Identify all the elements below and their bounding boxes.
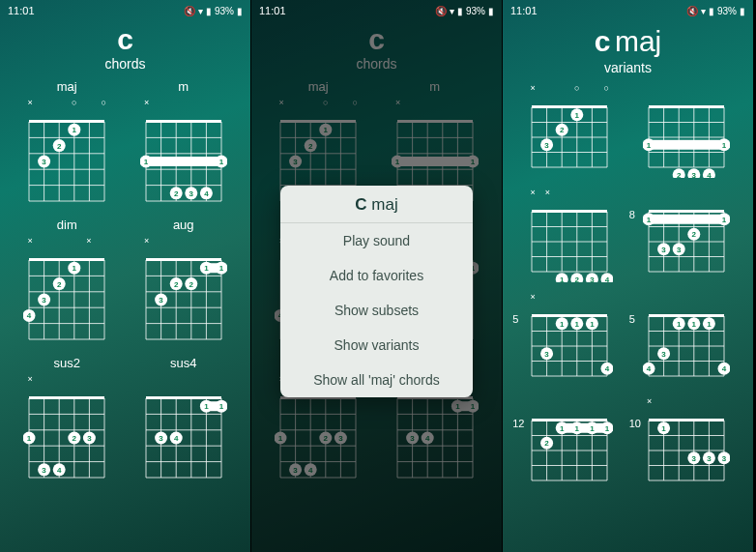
chord-card[interactable]: sus2 × 12334 bbox=[14, 356, 121, 488]
svg-text:2: 2 bbox=[73, 434, 77, 443]
chord-label: aug bbox=[173, 218, 194, 232]
svg-text:1: 1 bbox=[722, 216, 727, 224]
svg-text:4: 4 bbox=[605, 276, 610, 282]
svg-point-146 bbox=[320, 124, 333, 136]
chord-diagram: 123 bbox=[23, 107, 110, 212]
fret-position: 5 bbox=[512, 313, 518, 325]
svg-rect-111 bbox=[146, 396, 221, 399]
status-time: 11:01 bbox=[8, 5, 35, 16]
svg-text:1: 1 bbox=[27, 434, 32, 443]
svg-text:1: 1 bbox=[575, 320, 580, 329]
chord-diagram: 11233 bbox=[643, 197, 730, 282]
svg-rect-266 bbox=[532, 105, 607, 108]
chord-label: m bbox=[429, 79, 440, 94]
popup-menu-item[interactable]: Play sound bbox=[280, 223, 473, 258]
chord-card[interactable]: sus4 1134 bbox=[131, 356, 238, 488]
svg-text:1: 1 bbox=[219, 402, 224, 411]
chord-card[interactable]: dim ×× 1234 bbox=[14, 218, 121, 350]
svg-text:1: 1 bbox=[560, 320, 565, 329]
status-bar: 11:01 🔇 ▾ ▮ 93% ▮ bbox=[251, 0, 502, 21]
svg-text:3: 3 bbox=[661, 350, 666, 359]
variant-card[interactable]: ×× 1234 bbox=[516, 188, 624, 282]
svg-text:1: 1 bbox=[647, 141, 652, 150]
svg-text:1: 1 bbox=[471, 158, 476, 166]
svg-text:4: 4 bbox=[605, 364, 610, 373]
svg-text:2: 2 bbox=[308, 142, 313, 151]
status-icons: 🔇 ▾ ▮ 93% ▮ bbox=[435, 6, 494, 16]
svg-point-236 bbox=[320, 432, 333, 445]
variant-card[interactable]: 5 111344 bbox=[633, 292, 741, 387]
svg-rect-307 bbox=[532, 210, 607, 213]
svg-text:3: 3 bbox=[545, 141, 550, 150]
page-title: c maj variants bbox=[503, 21, 753, 83]
variant-card[interactable]: ×○○ 123 bbox=[516, 83, 624, 178]
chord-card[interactable]: maj ×○○ 123 bbox=[14, 79, 121, 212]
status-time: 11:01 bbox=[510, 5, 538, 16]
svg-rect-284 bbox=[649, 105, 724, 108]
svg-rect-133 bbox=[280, 120, 356, 123]
status-time: 11:01 bbox=[259, 5, 286, 16]
svg-text:4: 4 bbox=[27, 311, 32, 320]
chord-diagram: 123 bbox=[526, 93, 613, 178]
svg-text:3: 3 bbox=[43, 296, 47, 305]
svg-text:1: 1 bbox=[73, 126, 77, 134]
status-bar: 11:01 🔇 ▾ ▮ 93% ▮ bbox=[0, 0, 250, 21]
variant-card[interactable]: × 10 1333 bbox=[633, 396, 741, 491]
svg-text:1: 1 bbox=[455, 402, 460, 411]
chord-label: sus4 bbox=[170, 356, 196, 370]
popup-menu-item[interactable]: Add to favorites bbox=[280, 258, 473, 293]
variant-grid: ×○○ 123 11234 ×× 1234 8 11233 × 5 11134 … bbox=[503, 83, 753, 491]
popup-menu-item[interactable]: Show subsets bbox=[280, 293, 473, 328]
svg-text:4: 4 bbox=[57, 466, 62, 475]
chord-card[interactable]: m × 11234 bbox=[131, 79, 238, 212]
chord-diagram: 11112 bbox=[526, 406, 613, 491]
svg-point-234 bbox=[275, 432, 287, 445]
chord-diagram: 1134 bbox=[392, 384, 479, 488]
variant-card[interactable]: 11234 bbox=[633, 83, 741, 178]
svg-text:3: 3 bbox=[87, 434, 92, 443]
popup-title: C maj bbox=[280, 186, 473, 223]
svg-text:4: 4 bbox=[174, 434, 179, 443]
svg-rect-339 bbox=[644, 215, 729, 224]
svg-text:3: 3 bbox=[661, 246, 666, 254]
wifi-icon: ▾ bbox=[450, 6, 454, 16]
svg-text:2: 2 bbox=[545, 439, 550, 448]
svg-text:1: 1 bbox=[590, 320, 595, 329]
svg-text:3: 3 bbox=[545, 350, 550, 359]
svg-text:1: 1 bbox=[395, 158, 400, 166]
mute-icon: 🔇 bbox=[435, 6, 447, 16]
svg-point-264 bbox=[421, 432, 433, 445]
fret-position: 8 bbox=[629, 209, 635, 220]
svg-rect-372 bbox=[649, 314, 724, 317]
svg-rect-419 bbox=[649, 419, 724, 421]
status-icons: 🔇 ▾ ▮ 93% ▮ bbox=[184, 6, 243, 16]
chord-card[interactable]: aug × 11223 bbox=[131, 218, 238, 350]
svg-rect-257 bbox=[452, 401, 478, 411]
popup-menu-item[interactable]: Show variants bbox=[280, 328, 473, 363]
svg-text:2: 2 bbox=[324, 434, 329, 443]
svg-text:3: 3 bbox=[159, 434, 163, 443]
wifi-icon: ▾ bbox=[198, 6, 203, 16]
svg-text:2: 2 bbox=[560, 126, 565, 134]
svg-point-242 bbox=[305, 463, 317, 476]
variant-card[interactable]: 12 11112 bbox=[516, 396, 624, 491]
chord-label: dim bbox=[57, 218, 77, 232]
svg-text:3: 3 bbox=[43, 466, 47, 475]
svg-rect-152 bbox=[397, 120, 473, 123]
svg-text:2: 2 bbox=[174, 280, 179, 289]
svg-text:3: 3 bbox=[294, 158, 299, 166]
chord-diagram: 1333 bbox=[643, 406, 730, 491]
fret-position: 10 bbox=[629, 418, 641, 429]
chord-label: sus2 bbox=[54, 356, 80, 370]
popup-menu-item[interactable]: Show all 'maj' chords bbox=[280, 363, 473, 397]
svg-text:2: 2 bbox=[57, 280, 62, 289]
svg-text:4: 4 bbox=[204, 189, 209, 198]
battery-pct: 93% bbox=[466, 6, 485, 16]
svg-rect-350 bbox=[532, 314, 607, 317]
variant-card[interactable]: 8 11233 bbox=[633, 188, 741, 282]
svg-text:4: 4 bbox=[308, 466, 313, 475]
svg-point-258 bbox=[451, 400, 464, 413]
variant-card[interactable]: × 5 11134 bbox=[516, 292, 624, 387]
svg-text:3: 3 bbox=[707, 454, 712, 463]
svg-text:1: 1 bbox=[707, 320, 712, 329]
